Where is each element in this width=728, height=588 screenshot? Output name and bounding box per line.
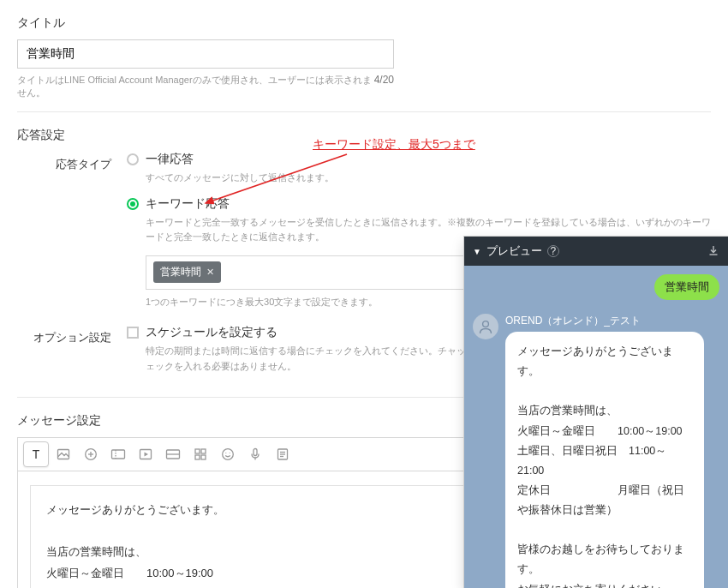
tool-grid-icon[interactable] [188,441,213,467]
tool-card-icon[interactable] [160,441,186,467]
svg-point-15 [225,452,226,453]
preview-bot-name: OREND（オレンド）_テスト [505,314,704,328]
svg-rect-17 [254,448,257,455]
tool-video-icon[interactable] [133,441,158,467]
svg-marker-7 [145,452,149,456]
preview-chat: 営業時間 OREND（オレンド）_テスト メッセージありがとうございます。 当店… [464,266,728,588]
help-icon[interactable]: ? [547,245,559,257]
tool-survey-icon[interactable] [270,441,295,467]
preview-header[interactable]: ▼ プレビュー ? [464,237,728,266]
svg-rect-13 [201,455,206,459]
close-icon[interactable]: ✕ [206,267,214,278]
caret-down-icon: ▼ [473,247,481,256]
option-label: オプション設定 [17,325,111,384]
response-type-label: 応答タイプ [17,152,111,320]
tool-add-icon[interactable] [78,441,104,467]
radio-uniform[interactable]: 一律応答 [127,152,711,167]
preview-title: プレビュー [486,243,542,259]
tool-image-icon[interactable] [51,441,76,467]
svg-point-25 [483,321,489,327]
preview-bot-bubble: メッセージありがとうございます。 当店の営業時間は、 火曜日～金曜日 10:00… [505,332,704,588]
title-input[interactable] [17,39,394,69]
download-icon[interactable] [707,244,719,259]
radio-icon [127,153,139,165]
uniform-desc: すべてのメッセージに対して返信されます。 [146,171,711,186]
tool-coupon-icon[interactable] [105,441,131,467]
svg-point-14 [223,448,234,459]
schedule-label: スケジュールを設定する [146,325,277,340]
keyword-chip: 営業時間 ✕ [153,261,221,283]
svg-point-16 [230,452,230,453]
preview-panel: ▼ プレビュー ? 営業時間 OREND（オレンド）_テスト メッセージありがと… [464,237,728,588]
title-helper: タイトルはLINE Official Account Managerのみで使用さ… [17,74,374,99]
avatar [473,314,498,339]
radio-uniform-label: 一律応答 [146,152,194,167]
svg-rect-10 [195,449,200,453]
radio-keyword-label: キーワード応答 [146,196,230,212]
preview-user-bubble: 営業時間 [654,274,719,300]
tool-emoji-icon[interactable] [215,441,241,467]
title-section-label: タイトル [17,15,711,31]
svg-rect-12 [195,455,200,459]
keyword-chip-text: 営業時間 [160,265,201,279]
radio-icon [127,198,139,210]
title-counter: 4/20 [374,74,394,99]
svg-rect-4 [112,450,125,459]
response-heading: 応答設定 [17,128,711,143]
checkbox-icon [127,327,139,339]
svg-rect-11 [201,449,206,453]
radio-keyword[interactable]: キーワード応答 [127,196,711,212]
tool-text-icon[interactable]: T [23,441,49,467]
tool-voice-icon[interactable] [242,441,268,467]
